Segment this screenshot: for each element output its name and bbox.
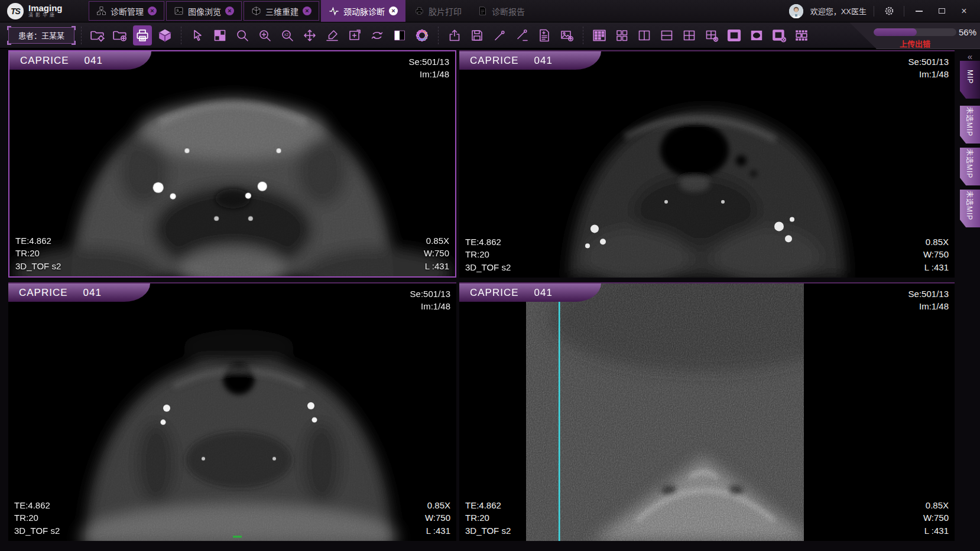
probe-baseline-button[interactable] xyxy=(512,25,531,45)
sidebar-tab-label: 未选MIP xyxy=(965,149,975,178)
viewport-bottom-right[interactable]: CAPRICE 041 Se:501/13 Im:1/48 TE:4.862 T… xyxy=(459,282,955,541)
mip-reference-line[interactable] xyxy=(559,283,560,541)
upload-error-text[interactable]: 上传出错 xyxy=(874,38,956,49)
acquisition-overlay: TE:4.862 TR:20 3D_TOF s2 xyxy=(465,499,511,537)
upload-button[interactable] xyxy=(445,25,464,45)
magnify-button[interactable] xyxy=(233,25,252,45)
close-icon[interactable]: × xyxy=(303,6,311,15)
close-icon[interactable]: × xyxy=(225,6,234,15)
acquisition-overlay: TE:4.862 TR:20 3D_TOF s2 xyxy=(14,499,60,537)
device-number: 041 xyxy=(534,287,553,299)
invert-bw-button[interactable] xyxy=(390,25,409,45)
rotate-icon xyxy=(370,28,384,43)
ellipse-layout-button[interactable] xyxy=(747,25,766,45)
zoom-2x-button[interactable]: x2 xyxy=(278,25,297,45)
viewport-header-tab[interactable]: CAPRICE 041 xyxy=(8,283,150,302)
split-horizontal-button[interactable] xyxy=(657,25,676,45)
annotate-add-button[interactable] xyxy=(345,25,364,45)
device-name: CAPRICE xyxy=(19,287,68,299)
pan-button[interactable] xyxy=(300,25,319,45)
welcome-text: 欢迎您，XX医生 xyxy=(810,5,867,17)
sidebar-tab-unselected-mip-3[interactable]: 未选MIP xyxy=(960,190,980,227)
rect-close-button[interactable] xyxy=(770,25,788,45)
display-overlay: 0.85X W:750 L :431 xyxy=(424,234,449,272)
mri-axial-image-2[interactable] xyxy=(459,51,955,278)
doctor-avatar[interactable] xyxy=(789,4,803,18)
sidebar-tab-unselected-mip-1[interactable]: 未选MIP xyxy=(960,106,980,144)
close-button[interactable]: × xyxy=(956,4,972,19)
close-icon[interactable]: × xyxy=(389,6,398,15)
cursor-button[interactable] xyxy=(188,25,207,45)
rect-layout-button[interactable] xyxy=(725,25,744,45)
mri-axial-image-3[interactable] xyxy=(8,283,456,541)
te-value: TE:4.862 xyxy=(14,499,60,511)
maximize-button[interactable] xyxy=(934,4,949,19)
viewer-workspace: CAPRICE 041 Se:501/13 Im:1/48 TE:4.862 T… xyxy=(0,49,980,551)
open-case-settings-button[interactable] xyxy=(88,25,107,45)
printer-icon xyxy=(135,28,150,43)
minimize-icon xyxy=(916,11,923,12)
open-case-add-button[interactable] xyxy=(111,25,129,45)
blocks-2x2-icon xyxy=(615,28,629,43)
folder-plus-icon xyxy=(112,28,128,43)
sidebar-collapse-button[interactable]: « xyxy=(968,51,972,61)
layout-grid-2x2-button[interactable] xyxy=(680,25,699,45)
mri-mip-image-4[interactable] xyxy=(459,283,955,541)
sidebar-tab-unselected-mip-2[interactable]: 未选MIP xyxy=(960,148,980,185)
upload-percent: 56% xyxy=(959,27,976,37)
sidebar-tab-mip[interactable]: MIP xyxy=(960,61,980,99)
viewport-top-right[interactable]: CAPRICE 041 Se:501/13 Im:1/48 TE:4.862 T… xyxy=(459,50,955,278)
viewport-header-tab[interactable]: CAPRICE 041 xyxy=(459,51,601,70)
mri-axial-image-1[interactable] xyxy=(9,51,455,276)
volume-3d-button[interactable] xyxy=(155,25,174,45)
report-add-button[interactable] xyxy=(535,25,554,45)
display-overlay: 0.85X W:750 L :431 xyxy=(923,236,949,273)
split-vertical-button[interactable] xyxy=(635,25,654,45)
zoom-in-button[interactable] xyxy=(255,25,274,45)
viewport-top-left[interactable]: CAPRICE 041 Se:501/13 Im:1/48 TE:4.862 T… xyxy=(8,50,456,278)
search-icon xyxy=(235,28,249,43)
split-vertical-icon xyxy=(637,28,651,43)
window-value: W:750 xyxy=(923,248,949,260)
device-number: 041 xyxy=(534,55,553,67)
measure-button[interactable] xyxy=(323,25,342,45)
te-value: TE:4.862 xyxy=(465,499,511,511)
print-button[interactable] xyxy=(133,25,152,45)
app-logo: TS Imaging 清影华康 xyxy=(0,0,89,22)
settings-button[interactable] xyxy=(881,4,897,19)
tab-label: 诊断管理 xyxy=(111,5,144,17)
toolbar-divider xyxy=(438,27,439,44)
diagnosis-management-icon xyxy=(96,6,106,16)
tab-carotid-diagnosis[interactable]: 颈动脉诊断 × xyxy=(321,0,405,22)
upload-status-panel: 56% 上传出错 xyxy=(847,22,980,49)
filmstrip-button[interactable] xyxy=(792,25,811,45)
sequence-name: 3D_TOF s2 xyxy=(14,524,60,537)
minimize-button[interactable] xyxy=(911,4,927,19)
3d-reconstruction-icon xyxy=(251,6,261,16)
save-button[interactable] xyxy=(468,25,486,45)
patient-name-field[interactable]: 患者：王某某 xyxy=(8,27,74,44)
tab-image-browse[interactable]: 图像浏览 × xyxy=(166,1,242,21)
color-palette-button[interactable] xyxy=(413,25,431,45)
series-number: Se:501/13 xyxy=(908,56,949,68)
probe-button[interactable] xyxy=(490,25,509,45)
sequence-name: 3D_TOF s2 xyxy=(465,524,511,537)
layout-checker-button[interactable] xyxy=(210,25,229,45)
filled-rect-icon xyxy=(726,28,742,43)
invert-contrast-icon xyxy=(392,28,407,43)
image-export-button[interactable] xyxy=(557,25,576,45)
tab-diagnosis-management[interactable]: 诊断管理 × xyxy=(89,1,164,21)
viewport-header-tab[interactable]: CAPRICE 041 xyxy=(459,283,601,302)
layout-grid-3x3-button[interactable] xyxy=(590,25,609,45)
filled-ellipse-icon xyxy=(749,28,764,43)
window-value: W:750 xyxy=(923,511,949,524)
rotate-button[interactable] xyxy=(368,25,387,45)
image-number: Im:1/48 xyxy=(908,68,949,80)
grid-close-button[interactable] xyxy=(702,25,721,45)
close-icon[interactable]: × xyxy=(148,6,157,15)
viewport-bottom-left[interactable]: CAPRICE 041 Se:501/13 Im:1/48 TE:4.862 T… xyxy=(8,282,456,541)
layout-blocks-button[interactable] xyxy=(612,25,631,45)
tab-3d-reconstruction[interactable]: 三维重建 × xyxy=(244,1,319,21)
scan-marker-green xyxy=(233,536,242,537)
viewport-header-tab[interactable]: CAPRICE 041 xyxy=(9,51,151,70)
